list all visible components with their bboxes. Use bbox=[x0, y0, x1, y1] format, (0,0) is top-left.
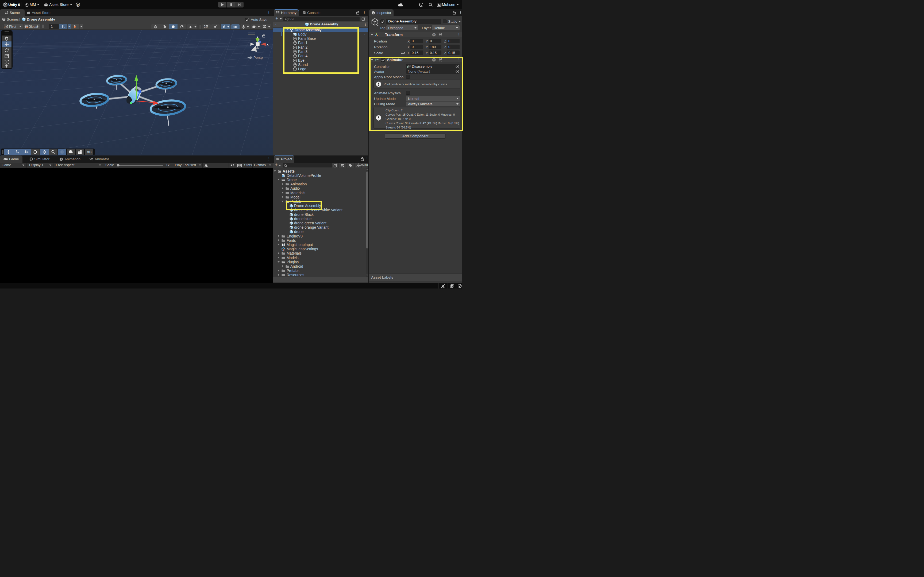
svg-text:?: ? bbox=[433, 34, 435, 36]
svg-text:y: y bbox=[257, 35, 258, 39]
svg-text:XB: XB bbox=[87, 150, 91, 154]
svg-text:x: x bbox=[267, 43, 268, 47]
svg-text:D: D bbox=[77, 3, 79, 6]
svg-text:Persp: Persp bbox=[254, 56, 263, 60]
svg-text:Y: Y bbox=[63, 26, 65, 28]
svg-text:{}: {} bbox=[283, 249, 285, 251]
